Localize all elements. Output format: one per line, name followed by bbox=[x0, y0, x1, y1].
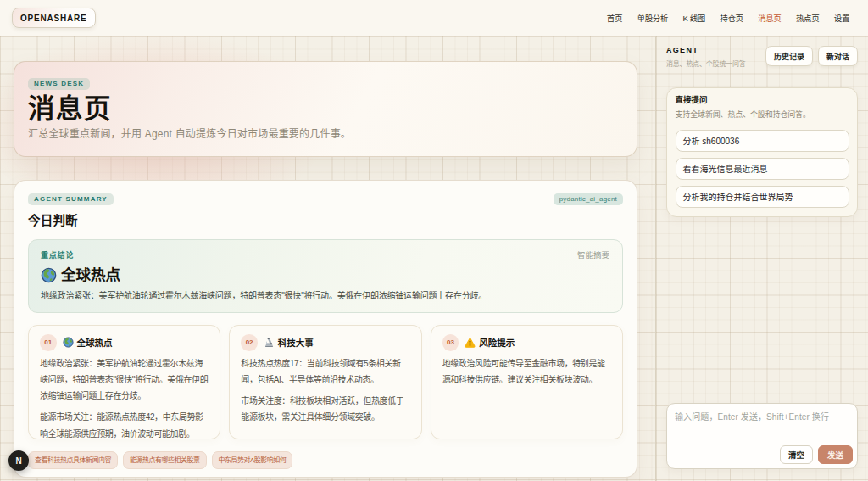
warning-icon bbox=[465, 337, 476, 348]
nav-news-active[interactable]: 消息页 bbox=[758, 12, 781, 24]
agent-model-tag: pydantic_ai_agent bbox=[554, 193, 623, 205]
nav-hotspots[interactable]: 热点页 bbox=[796, 12, 819, 24]
highlight-meta-row: 重点结论 智能摘要 bbox=[41, 251, 609, 260]
question-input[interactable] bbox=[675, 411, 853, 437]
chip-mideast-ashare[interactable]: 中东局势对A股影响如何 bbox=[212, 451, 293, 469]
column-title: 风险提示 bbox=[479, 338, 515, 348]
sidebar-actions: 历史记录 新对话 bbox=[765, 46, 858, 66]
agent-panel-title: AGENT bbox=[666, 46, 746, 54]
nav-home[interactable]: 首页 bbox=[607, 12, 622, 24]
column-title-row: 科技大事 bbox=[264, 337, 314, 348]
column-paragraph: 地缘政治风险可能传导至金融市场，特别是能源和科技供应链。建议关注相关板块波动。 bbox=[442, 355, 611, 389]
clear-button[interactable]: 清空 bbox=[780, 445, 813, 464]
column-title: 科技大事 bbox=[278, 338, 314, 348]
news-hero-card: NEWS DESK 消息页 汇总全球重点新闻，并用 Agent 自动提炼今日对市… bbox=[14, 61, 637, 157]
globe-icon bbox=[41, 267, 57, 283]
chip-tech-news-detail[interactable]: 查看科技热点具体新闻内容 bbox=[28, 451, 118, 469]
column-paragraph: 地缘政治紧张：美军护航油轮通过霍尔木兹海峡问题，特朗普表态"很快"将行动。美俄在… bbox=[40, 355, 209, 405]
suggestion-hygon-news[interactable]: 看看海光信息最近消息 bbox=[676, 158, 850, 180]
column-title-row: 全球热点 bbox=[63, 337, 113, 348]
column-number-badge: 02 bbox=[241, 334, 258, 351]
globe-icon bbox=[63, 337, 74, 348]
summary-columns: 01 全球热点 地缘政治紧张：美军护航油轮通过霍尔木兹海峡问题，特朗普表态"很快… bbox=[28, 325, 623, 439]
brand-logo[interactable]: OPENASHARE bbox=[12, 8, 96, 28]
page-title: 消息页 bbox=[28, 95, 620, 123]
direct-ask-subtitle: 支持全球新闻、热点、个股和持仓问答。 bbox=[676, 110, 850, 120]
agent-summary-badge: AGENT SUMMARY bbox=[28, 193, 114, 205]
agent-panel-subtitle: 消息、热点、个股统一问答 bbox=[666, 60, 746, 69]
sidebar-title-block: AGENT 消息、热点、个股统一问答 bbox=[666, 46, 746, 69]
follow-up-chips: 查看科技热点具体新闻内容 能源热点有哪些相关股票 中东局势对A股影响如何 bbox=[28, 451, 623, 469]
nav-positions[interactable]: 持仓页 bbox=[720, 12, 743, 24]
highlight-text: 地缘政治紧张：美军护航油轮通过霍尔木兹海峡问题，特朗普表态"很快"将行动。美俄在… bbox=[41, 291, 609, 301]
summary-column-risk: 03 风险提示 地缘政治风险可能传导至金融市场，特别是能源和科技供应链。建议关注… bbox=[431, 325, 623, 439]
highlight-title: 全球热点 bbox=[61, 266, 120, 283]
page-subtitle: 汇总全球重点新闻，并用 Agent 自动提炼今日对市场最重要的几件事。 bbox=[28, 128, 620, 140]
nav-kline[interactable]: K 线图 bbox=[682, 12, 704, 24]
column-title: 全球热点 bbox=[77, 338, 113, 348]
highlight-title-row: 全球热点 bbox=[41, 266, 609, 283]
question-composer: 清空 发送 bbox=[666, 403, 858, 469]
new-chat-button[interactable]: 新对话 bbox=[818, 46, 858, 66]
column-header: 01 全球热点 bbox=[40, 334, 209, 351]
smart-summary-label: 智能摘要 bbox=[577, 251, 609, 260]
history-button[interactable]: 历史记录 bbox=[765, 46, 813, 66]
direct-ask-card: 直接提问 支持全球新闻、热点、个股和持仓问答。 分析 sh600036 看看海光… bbox=[666, 87, 858, 217]
suggestion-portfolio-world[interactable]: 分析我的持仓并结合世界局势 bbox=[676, 186, 850, 208]
agent-sidebar: AGENT 消息、热点、个股统一问答 历史记录 新对话 直接提问 支持全球新闻、… bbox=[655, 36, 868, 481]
page-layout: NEWS DESK 消息页 汇总全球重点新闻，并用 Agent 自动提炼今日对市… bbox=[0, 36, 868, 481]
main-nav: 首页 单股分析 K 线图 持仓页 消息页 热点页 设置 bbox=[607, 12, 849, 24]
news-main: NEWS DESK 消息页 汇总全球重点新闻，并用 Agent 自动提炼今日对市… bbox=[0, 36, 655, 481]
agent-summary-card: AGENT SUMMARY pydantic_ai_agent 今日判断 重点结… bbox=[14, 180, 637, 478]
column-paragraph: 能源市场关注：能源热点热度42，中东局势影响全球能源供应预期，油价波动可能加剧。 bbox=[40, 409, 209, 442]
top-bar: OPENASHARE 首页 单股分析 K 线图 持仓页 消息页 热点页 设置 bbox=[0, 0, 868, 36]
key-conclusion-box: 重点结论 智能摘要 全球热点 地缘政治紧张：美军护航油轮通过霍尔木兹海峡问题，特… bbox=[28, 239, 623, 313]
send-button[interactable]: 发送 bbox=[818, 445, 853, 464]
suggestion-analyze-sh600036[interactable]: 分析 sh600036 bbox=[676, 130, 850, 152]
direct-ask-title: 直接提问 bbox=[676, 95, 850, 105]
today-judgement-heading: 今日判断 bbox=[28, 214, 623, 228]
column-paragraph: 市场关注度：科技板块相对活跃，但热度低于能源板块，需关注具体细分领域突破。 bbox=[241, 393, 409, 426]
column-header: 03 风险提示 bbox=[442, 334, 611, 351]
microscope-icon bbox=[264, 337, 275, 348]
news-desk-badge: NEWS DESK bbox=[28, 78, 90, 90]
floating-n-button[interactable]: N bbox=[8, 450, 29, 471]
composer-actions: 清空 发送 bbox=[675, 445, 853, 464]
column-number-badge: 03 bbox=[442, 334, 459, 351]
column-paragraph: 科技热点热度17：当前科技领域有5条相关新闻，包括AI、半导体等前沿技术动态。 bbox=[241, 355, 409, 389]
column-number-badge: 01 bbox=[40, 334, 57, 351]
summary-column-tech: 02 科技大事 科技热点热度17：当前科技领域有5条相关新闻，包括AI、半导体等… bbox=[229, 325, 421, 439]
summary-card-header: AGENT SUMMARY pydantic_ai_agent bbox=[28, 193, 623, 205]
nav-settings[interactable]: 设置 bbox=[834, 12, 849, 24]
column-header: 02 科技大事 bbox=[241, 334, 409, 351]
suggestion-list: 分析 sh600036 看看海光信息最近消息 分析我的持仓并结合世界局势 bbox=[676, 130, 850, 208]
column-title-row: 风险提示 bbox=[465, 337, 515, 348]
sidebar-header: AGENT 消息、热点、个股统一问答 历史记录 新对话 bbox=[666, 46, 858, 69]
chip-energy-stocks[interactable]: 能源热点有哪些相关股票 bbox=[123, 451, 207, 469]
key-conclusion-label: 重点结论 bbox=[41, 251, 74, 260]
summary-column-global: 01 全球热点 地缘政治紧张：美军护航油轮通过霍尔木兹海峡问题，特朗普表态"很快… bbox=[28, 325, 220, 439]
nav-single-stock[interactable]: 单股分析 bbox=[637, 12, 668, 24]
